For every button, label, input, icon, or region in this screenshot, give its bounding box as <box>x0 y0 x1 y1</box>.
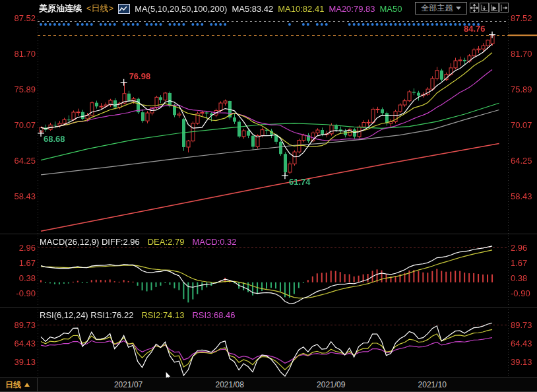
axis-scale-x-icon <box>490 4 498 12</box>
dropdown-arrow-icon <box>456 7 461 10</box>
period-tag: <日线> <box>86 3 113 15</box>
axis-tick-label: 87.52 <box>0 13 36 23</box>
chart-canvas[interactable] <box>0 0 537 392</box>
rsi1-value: RSI1:76.22 <box>90 310 133 320</box>
ma5-value: MA5:83.42 <box>232 4 273 14</box>
axis-tick-label: 75.89 <box>511 84 532 94</box>
macd-dea-value: DEA:2.79 <box>148 237 185 247</box>
ma50-value: MA50 <box>380 4 402 14</box>
rsi3-value: RSI3:68.46 <box>192 310 235 320</box>
axis-tick-label: 1.67 <box>0 258 36 268</box>
axis-tick-label: 2.96 <box>511 243 527 253</box>
axis-tick-label: 39.13 <box>511 357 532 367</box>
axis-tick-label: 58.43 <box>0 191 36 201</box>
month-axis-label: 2021/07 <box>114 380 142 389</box>
rsi2-value: RSI2:74.13 <box>141 310 184 320</box>
price-annotation-high: 84.76 <box>464 24 486 34</box>
axis-tick-label: 87.52 <box>511 13 532 23</box>
month-axis-label: 2021/08 <box>215 380 243 389</box>
axis-tick-label: 75.89 <box>0 84 36 94</box>
price-annotation-high: 76.98 <box>129 71 151 81</box>
price-annotation-low: 68.68 <box>44 134 65 144</box>
axis-tick-label: 2.96 <box>0 243 36 253</box>
axis-tick-label: 81.70 <box>511 49 532 59</box>
axis-scale-x-button[interactable] <box>490 3 499 13</box>
month-axis-label: 2021/10 <box>418 380 447 389</box>
line-chart-icon <box>118 4 130 14</box>
rsi-params: RSI(6,12,24) RSI1:76.22 <box>40 310 133 320</box>
pan-move-icon <box>470 4 478 12</box>
axis-tick-label: 1.67 <box>511 258 527 268</box>
axis-tick-label: 64.25 <box>511 156 532 166</box>
axis-tick-label: 89.73 <box>0 320 36 330</box>
axis-scale-y-icon <box>480 4 488 12</box>
axis-tick-label: -0.90 <box>511 288 530 298</box>
ma20-value: MA20:79.83 <box>329 4 375 14</box>
price-annotation-low: 61.74 <box>289 177 311 187</box>
collapse-up-icon <box>24 383 30 387</box>
rsi-header: RSI(6,12,24) RSI1:76.22 RSI2:74.13 RSI3:… <box>40 310 235 320</box>
period-label: 日线 <box>5 379 21 391</box>
axis-tick-label: 64.43 <box>0 339 36 348</box>
date-axis-bar: 日线 2021/072021/082021/092021/10 <box>0 377 537 392</box>
period-selector[interactable]: 日线 <box>0 378 38 391</box>
macd-diff-value: DIFF:2.96 <box>102 237 140 247</box>
axis-scale-y-button[interactable] <box>480 3 489 13</box>
axis-tick-label: 58.43 <box>511 191 532 201</box>
step-forward-button[interactable] <box>499 3 509 13</box>
month-axis-label: 2021/09 <box>317 380 345 389</box>
axis-tick-label: 0.38 <box>0 273 36 283</box>
macd-header: MACD(26,12,9) DIFF:2.96 DEA:2.79 MACD:0.… <box>40 237 237 247</box>
chart-header: 美原油连续 <日线> MA(5,10,20,50,100,200) MA5:83… <box>39 3 402 15</box>
kline-chart-app: 美原油连续 <日线> MA(5,10,20,50,100,200) MA5:83… <box>0 0 537 392</box>
axis-tick-label: 64.25 <box>0 156 36 166</box>
step-forward-icon <box>500 4 508 12</box>
axis-tick-label: 89.73 <box>511 320 532 330</box>
all-themes-label: 全部主题 <box>422 3 453 14</box>
axis-tick-label: 70.07 <box>0 120 36 130</box>
ma10-value: MA10:82.41 <box>278 4 324 14</box>
ma-settings-label: MA(5,10,20,50,100,200) <box>135 4 227 14</box>
axis-tick-label: 64.43 <box>511 339 532 348</box>
axis-tick-label: 81.70 <box>0 49 36 59</box>
macd-macd-value: MACD:0.32 <box>192 237 236 247</box>
pan-move-button[interactable] <box>470 3 479 13</box>
axis-tick-label: 70.07 <box>511 120 532 130</box>
macd-params: MACD(26,12,9) DIFF:2.96 <box>40 237 140 247</box>
axis-tick-label: 0.38 <box>511 273 527 283</box>
all-themes-dropdown[interactable]: 全部主题 <box>415 2 467 15</box>
symbol-name: 美原油连续 <box>39 3 82 15</box>
axis-tick-label: 39.13 <box>0 357 36 367</box>
axis-tick-label: -0.90 <box>0 288 36 298</box>
